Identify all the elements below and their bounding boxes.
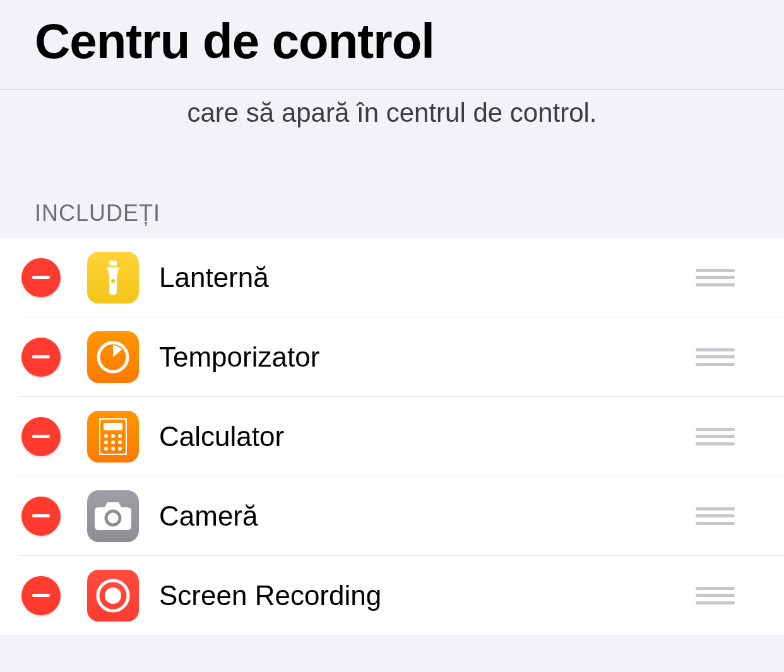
- drag-handle-icon[interactable]: [696, 348, 735, 366]
- list-item-calculator[interactable]: Calculator: [0, 397, 784, 476]
- flashlight-icon: [87, 252, 139, 304]
- description-text: care să apară în centrul de control.: [0, 90, 784, 131]
- item-label: Screen Recording: [159, 580, 696, 611]
- section-include-label: INCLUDEȚI: [0, 131, 784, 238]
- calculator-icon: [87, 411, 139, 463]
- svg-rect-0: [109, 261, 117, 266]
- svg-point-1: [111, 279, 115, 283]
- item-label: Cameră: [159, 500, 696, 532]
- screen-recording-icon: [87, 570, 139, 622]
- svg-rect-4: [104, 423, 122, 430]
- item-label: Calculator: [159, 421, 696, 452]
- drag-handle-icon[interactable]: [696, 428, 735, 445]
- drag-handle-icon[interactable]: [696, 587, 735, 604]
- svg-point-12: [111, 447, 115, 451]
- list-item-timer[interactable]: Temporizator: [0, 317, 784, 397]
- drag-handle-icon[interactable]: [696, 507, 735, 525]
- svg-point-7: [118, 434, 122, 438]
- list-item-screen-recording[interactable]: Screen Recording: [0, 556, 784, 635]
- svg-point-6: [111, 434, 115, 438]
- drag-handle-icon[interactable]: [696, 269, 735, 286]
- svg-point-8: [104, 440, 108, 444]
- remove-button[interactable]: [21, 338, 61, 377]
- svg-point-9: [111, 440, 115, 444]
- remove-button[interactable]: [21, 576, 61, 615]
- svg-point-10: [118, 440, 122, 444]
- page-title: Centru de control: [35, 13, 749, 70]
- item-label: Temporizator: [159, 341, 696, 373]
- svg-point-11: [104, 447, 108, 451]
- header: Centru de control: [0, 0, 784, 90]
- remove-button[interactable]: [21, 497, 61, 536]
- svg-point-5: [104, 434, 108, 438]
- include-list: Lanternă Temporizator: [0, 238, 784, 635]
- svg-point-13: [118, 447, 122, 451]
- remove-button[interactable]: [21, 258, 61, 297]
- svg-point-16: [105, 587, 121, 604]
- camera-icon: [87, 490, 139, 542]
- list-item-camera[interactable]: Cameră: [0, 476, 784, 556]
- timer-icon: [87, 331, 139, 383]
- remove-button[interactable]: [21, 417, 61, 456]
- list-item-flashlight[interactable]: Lanternă: [0, 238, 784, 317]
- item-label: Lanternă: [159, 262, 696, 293]
